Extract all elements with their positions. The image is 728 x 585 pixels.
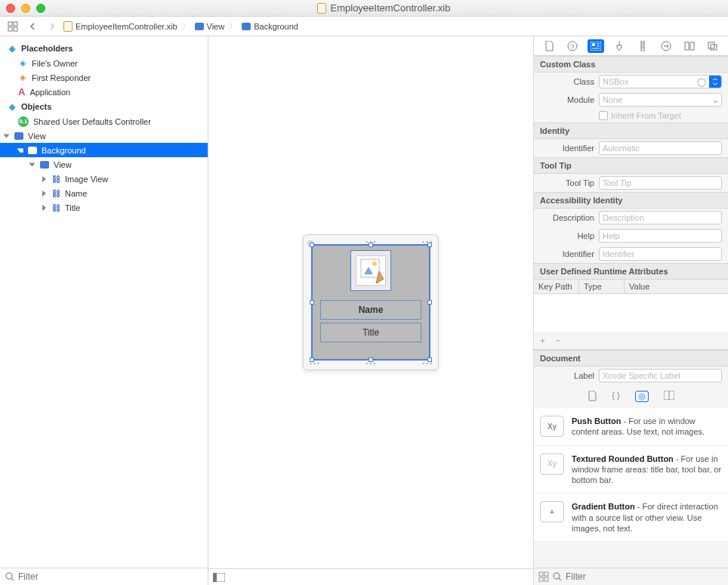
svg-rect-6 [361,259,379,277]
resize-handle[interactable] [427,300,432,305]
resize-handle[interactable] [427,358,432,362]
file-inspector-tab[interactable] [541,39,557,53]
disclosure-triangle-icon[interactable] [42,190,46,197]
disclosure-triangle-icon[interactable] [42,205,46,211]
lib-title: Textured Rounded Button [572,454,674,463]
files-owner-item[interactable]: ◈ File's Owner [0,56,208,70]
background-item[interactable]: Background [0,143,208,157]
outline-filter-input[interactable] [18,571,203,582]
clear-icon[interactable]: ◯ [697,77,706,87]
disclosure-triangle-icon[interactable] [4,134,10,138]
breadcrumb-background-label: Background [254,22,298,31]
traffic-lights [6,4,45,13]
close-button[interactable] [6,4,15,13]
svg-line-34 [559,578,561,580]
maximize-button[interactable] [36,4,45,13]
toggle-outline-button[interactable] [213,573,225,582]
dropdown-icon[interactable] [709,76,721,88]
attributes-inspector-tab[interactable] [611,39,628,53]
library-item-textured-button[interactable]: Xy Textured Rounded Button - For use in … [534,446,728,494]
effects-inspector-tab[interactable] [705,39,721,53]
desc-field[interactable]: Description [599,211,722,224]
add-button[interactable]: ＋ [538,336,547,345]
media-lib-tab[interactable] [664,391,674,402]
shared-defaults-item[interactable]: 0.1 Shared User Defaults Controller [0,114,208,128]
acc-id-field[interactable]: Identifier [599,247,722,261]
connections-inspector-tab[interactable] [658,39,674,53]
jump-bar: EmployeeItemController.xib 〉 View 〉 Back… [0,17,728,36]
background-box[interactable]: Name Title [311,244,430,361]
cube-icon: ◈ [8,102,17,111]
rt-key-col[interactable]: Key Path [534,280,579,293]
disclosure-triangle-icon[interactable] [17,148,23,152]
forward-button[interactable] [44,20,60,33]
class-value: NSBox [603,77,628,86]
minimize-button[interactable] [21,4,30,13]
title-textfield[interactable]: Title [320,323,421,342]
xib-container-view[interactable]: ⊗ • • • • • • • • • • • • • • • [303,234,439,370]
breadcrumb-file-label: EmployeeItemController.xib [76,22,177,31]
help-field[interactable]: Help [599,229,722,243]
bindings-inspector-tab[interactable] [681,39,698,53]
library-item-gradient-button[interactable]: + Gradient Button - For direct interacti… [534,494,728,542]
chevron-down-icon[interactable]: ⌄ [709,94,721,106]
tooltip-field[interactable]: Tool Tip [599,176,722,190]
disclosure-triangle-icon[interactable] [29,162,35,166]
identity-inspector-tab[interactable] [588,39,604,53]
remove-button[interactable]: － [554,336,562,345]
inherit-checkbox[interactable] [599,111,608,120]
name-item[interactable]: ⛓ Name [0,186,208,200]
svg-point-8 [372,262,377,266]
class-field[interactable]: NSBox ◯ [599,75,722,88]
cube-icon: ◈ [18,73,27,82]
tooltip-placeholder: Tool Tip [603,178,631,187]
title-item[interactable]: ⛓ Title [0,200,208,215]
grid-view-icon[interactable] [538,571,549,582]
breadcrumb-background[interactable]: Background [242,22,298,31]
view-item[interactable]: View [0,128,208,143]
resize-handle[interactable] [427,243,432,247]
library-filter-input[interactable] [566,571,723,582]
window-titlebar: EmployeeItemController.xib [0,0,728,17]
resize-handle[interactable] [310,358,314,362]
first-responder-item[interactable]: ◈ First Responder [0,70,208,85]
name-textfield[interactable]: Name [320,300,421,320]
lib-title: Push Button [572,416,621,426]
library-item-push-button[interactable]: Xy Push Button - For use in window conte… [534,408,728,446]
help-inspector-tab[interactable]: ? [564,39,581,53]
runtime-table-body[interactable] [534,294,728,332]
runtime-controls: ＋ － [534,332,728,350]
objects-label: Objects [21,102,51,111]
application-item[interactable]: A Application [0,85,208,99]
resize-handle[interactable] [369,358,373,362]
back-button[interactable] [24,20,41,33]
rt-value-col[interactable]: Value [625,280,728,293]
constraint-icon: ⛓ [52,203,60,212]
doc-label-field[interactable]: Xcode Specific Label [599,369,722,382]
name-text: Name [359,305,384,315]
svg-rect-23 [685,42,689,50]
identifier-field[interactable]: Automatic [599,141,722,155]
rt-type-col[interactable]: Type [579,280,625,293]
image-view-item[interactable]: ⛓ Image View [0,172,208,186]
resize-handle[interactable] [310,300,314,305]
lib-title: Gradient Button [572,502,635,511]
object-lib-tab[interactable]: ◎ [635,391,649,402]
file-template-lib-tab[interactable] [588,391,597,402]
resize-handle[interactable] [310,243,314,247]
image-view[interactable] [350,250,391,291]
disclosure-triangle-icon[interactable] [42,176,46,182]
breadcrumb-view[interactable]: View [195,22,225,31]
inner-view-item[interactable]: View [0,157,208,172]
breadcrumb-file[interactable]: EmployeeItemController.xib [63,21,177,32]
related-items-button[interactable] [5,20,21,33]
view-icon [40,161,49,169]
size-inspector-tab[interactable] [634,39,651,53]
module-field[interactable]: None ⌄ [599,93,722,107]
code-snippet-lib-tab[interactable]: { } [612,391,619,402]
resize-handle[interactable] [369,243,373,247]
view-label: View [28,132,46,141]
canvas[interactable]: ⊗ • • • • • • • • • • • • • • • [208,36,533,585]
objects-header: ◈ Objects [0,99,208,114]
lib-thumb: Xy [540,453,564,475]
